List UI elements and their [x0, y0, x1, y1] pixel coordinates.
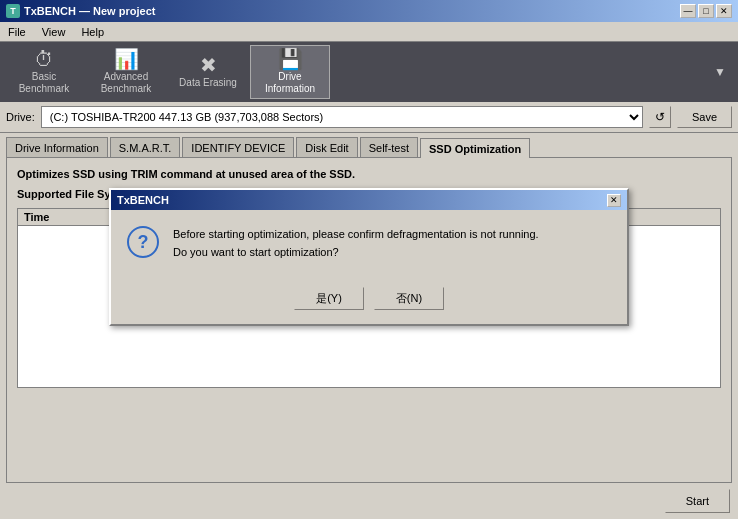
minimize-button[interactable]: — — [680, 4, 696, 18]
data-erasing-label: Data Erasing — [179, 77, 237, 89]
tab-ssd-optimization[interactable]: SSD Optimization — [420, 138, 530, 158]
drive-information-label: DriveInformation — [265, 71, 315, 95]
toolbar: ⏱ BasicBenchmark 📊 AdvancedBenchmark ✖ D… — [0, 42, 738, 102]
dialog-body: ? Before starting optimization, please c… — [111, 210, 627, 277]
menu-bar: File View Help — [0, 22, 738, 42]
maximize-button[interactable]: □ — [698, 4, 714, 18]
drive-bar: Drive: (C:) TOSHIBA-TR200 447.13 GB (937… — [0, 102, 738, 133]
basic-benchmark-icon: ⏱ — [34, 49, 54, 69]
tab-disk-edit[interactable]: Disk Edit — [296, 137, 357, 157]
tab-panel: Optimizes SSD using TRIM command at unus… — [6, 157, 732, 483]
main-area: Drive: (C:) TOSHIBA-TR200 447.13 GB (937… — [0, 102, 738, 519]
dialog-message: Before starting optimization, please con… — [173, 226, 611, 261]
dialog-yes-button[interactable]: 是(Y) — [294, 287, 364, 310]
advanced-benchmark-icon: 📊 — [114, 49, 139, 69]
tab-drive-information[interactable]: Drive Information — [6, 137, 108, 157]
drive-information-icon: 💾 — [278, 49, 303, 69]
toolbar-dropdown-arrow[interactable]: ▼ — [710, 63, 730, 81]
menu-help[interactable]: Help — [77, 25, 108, 39]
drive-select[interactable]: (C:) TOSHIBA-TR200 447.13 GB (937,703,08… — [41, 106, 643, 128]
dialog-title-bar: TxBENCH ✕ — [111, 190, 627, 210]
drive-label: Drive: — [6, 111, 35, 123]
dialog-title: TxBENCH — [117, 194, 169, 206]
toolbar-data-erasing[interactable]: ✖ Data Erasing — [168, 45, 248, 99]
menu-file[interactable]: File — [4, 25, 30, 39]
dialog-overlay: TxBENCH ✕ ? Before starting optimization… — [7, 158, 731, 482]
dialog-question-icon: ? — [127, 226, 159, 258]
dialog-line1: Before starting optimization, please con… — [173, 228, 539, 240]
app-title: TxBENCH — New project — [24, 5, 155, 17]
data-erasing-icon: ✖ — [200, 55, 217, 75]
close-button[interactable]: ✕ — [716, 4, 732, 18]
start-button[interactable]: Start — [665, 489, 730, 513]
dialog-no-button[interactable]: 否(N) — [374, 287, 444, 310]
dialog-line2: Do you want to start optimization? — [173, 246, 339, 258]
drive-refresh-button[interactable]: ↺ — [649, 106, 671, 128]
window-controls: — □ ✕ — [680, 4, 732, 18]
dialog: TxBENCH ✕ ? Before starting optimization… — [109, 188, 629, 326]
tab-self-test[interactable]: Self-test — [360, 137, 418, 157]
start-button-area: Start — [0, 483, 738, 519]
advanced-benchmark-label: AdvancedBenchmark — [101, 71, 152, 95]
dialog-close-button[interactable]: ✕ — [607, 194, 621, 207]
toolbar-basic-benchmark[interactable]: ⏱ BasicBenchmark — [4, 45, 84, 99]
title-bar: T TxBENCH — New project — □ ✕ — [0, 0, 738, 22]
menu-view[interactable]: View — [38, 25, 70, 39]
save-button[interactable]: Save — [677, 106, 732, 128]
basic-benchmark-label: BasicBenchmark — [19, 71, 70, 95]
toolbar-advanced-benchmark[interactable]: 📊 AdvancedBenchmark — [86, 45, 166, 99]
app-icon: T — [6, 4, 20, 18]
tab-identify-device[interactable]: IDENTIFY DEVICE — [182, 137, 294, 157]
toolbar-drive-information[interactable]: 💾 DriveInformation — [250, 45, 330, 99]
dialog-buttons: 是(Y) 否(N) — [111, 277, 627, 324]
toolbar-dropdown[interactable]: ▼ — [710, 63, 730, 81]
tab-bar: Drive Information S.M.A.R.T. IDENTIFY DE… — [0, 133, 738, 157]
tab-smart[interactable]: S.M.A.R.T. — [110, 137, 181, 157]
